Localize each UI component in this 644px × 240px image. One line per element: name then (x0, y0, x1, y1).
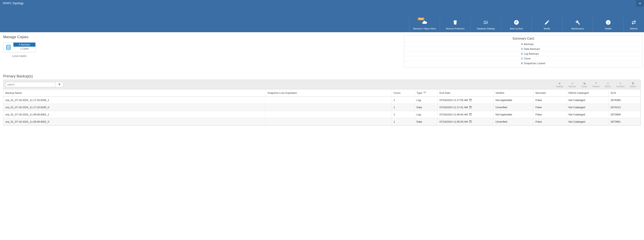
search-input[interactable] (5, 82, 55, 87)
action-label: Restore (592, 86, 600, 88)
calendar-icon (469, 98, 472, 102)
local-copies-tile[interactable]: 4 Backups 1 Clone Local copies (3, 42, 36, 58)
summary-row[interactable]: 0Snapshots Locked (404, 61, 642, 66)
funnel-icon (58, 83, 61, 86)
toolbar-label: Back up Now (502, 27, 530, 30)
cell-end: 07/18/2024 11:17:55 AM (438, 96, 494, 104)
table-row[interactable]: ora_01_07-18-2024_11.09.08.6002_01Data07… (4, 118, 640, 126)
local-copies-label: Local copies (3, 54, 36, 58)
eject-icon (616, 82, 624, 86)
clone-action[interactable]: Clone (582, 82, 587, 88)
action-label: Catalog (556, 86, 563, 88)
undo-icon (592, 82, 600, 86)
cell-lock (266, 96, 392, 104)
summary-label: Log Backups (524, 52, 642, 55)
toolbar-label: Maintenance (564, 27, 592, 30)
mount-action[interactable]: Mount (605, 82, 611, 88)
swap-icon (625, 18, 643, 26)
unmount-action[interactable]: Unmount (616, 82, 624, 88)
toolbar-label: Database Settings (472, 27, 500, 30)
cell-scn: 2874360 (608, 96, 640, 104)
col-mounted[interactable]: Mounted (534, 90, 566, 96)
cell-lock (266, 104, 392, 111)
cell-count: 1 (392, 111, 414, 118)
pencil-icon (533, 18, 561, 26)
cell-type: Log (414, 111, 438, 118)
filter-button[interactable] (55, 82, 64, 88)
summary-row[interactable]: 2Log Backups (404, 51, 642, 56)
rename-action[interactable]: Rename (568, 82, 576, 88)
cell-verified: Unverified (494, 118, 534, 126)
backup-now-button[interactable]: Back up Now (501, 17, 532, 32)
cell-type: Data (414, 118, 438, 126)
cloud-icon (410, 18, 438, 26)
trash-icon (630, 82, 636, 86)
col-count[interactable]: Count (392, 90, 414, 96)
cell-name: ora_01_07-18-2024_11.17.20.8165_0 (4, 104, 266, 111)
action-label: Clone (582, 86, 587, 88)
cell-type: Data (414, 104, 438, 111)
backups-chip[interactable]: 4 Backups (14, 42, 36, 46)
cell-verified: Unverified (494, 104, 534, 111)
close-button[interactable] (636, 0, 644, 7)
summary-row[interactable]: 4Backups (404, 42, 642, 46)
table-row[interactable]: ora_01_07-18-2024_11.09.08.6002_11Log07/… (4, 111, 640, 118)
delete-action[interactable]: Delete (630, 82, 636, 88)
action-label: Rename (568, 86, 576, 88)
col-type[interactable]: Type (414, 90, 438, 96)
col-scn[interactable]: SCN (608, 90, 640, 96)
copy-icon (582, 82, 587, 86)
primary-backups-title: Primary Backup(s) (3, 74, 641, 78)
summary-row[interactable]: 1Clone (404, 56, 642, 61)
remove-protection-button[interactable]: Remove Protection (440, 17, 470, 32)
toolbar-label: Backup to Object Store (410, 27, 438, 30)
details-button[interactable]: Details (593, 17, 624, 32)
mount-icon (605, 82, 611, 86)
database-settings-button[interactable]: Database Settings (470, 17, 501, 32)
calendar-icon (469, 120, 472, 123)
col-lock-exp[interactable]: Snapshot Lock Expiration (266, 90, 392, 96)
col-rman[interactable]: RMAN Cataloged (566, 90, 608, 96)
backups-grid: Backup Name Snapshot Lock Expiration Cou… (3, 90, 641, 126)
clone-chip[interactable]: 1 Clone (14, 46, 36, 51)
table-row[interactable]: ora_01_07-18-2024_11.17.20.8165_11Log07/… (4, 96, 640, 104)
action-label: Unmount (616, 86, 624, 88)
cell-name: ora_01_07-18-2024_11.17.20.8165_1 (4, 96, 266, 104)
summary-label: Backups (524, 42, 642, 46)
toolbar-label: Modify (533, 27, 561, 30)
table-row[interactable]: ora_01_07-18-2024_11.17.20.8165_01Data07… (4, 104, 640, 111)
modify-button[interactable]: Modify (532, 17, 562, 32)
maintenance-button[interactable]: Maintenance (562, 17, 593, 32)
restore-action[interactable]: Restore (592, 82, 600, 88)
summary-count: 0 (404, 62, 524, 65)
info-icon (594, 18, 622, 26)
cell-mounted: False (534, 104, 566, 111)
wrench-icon (564, 18, 592, 26)
calendar-icon (469, 106, 472, 109)
cell-mounted: False (534, 118, 566, 126)
primary-toolbar: CatalogRenameCloneRestoreMountUnmountDel… (3, 80, 641, 90)
trash-icon (441, 18, 469, 26)
summary-row[interactable]: 2Data Backups (404, 46, 642, 51)
cell-rman: Not Cataloged (566, 104, 608, 111)
backup-obj-store-button[interactable]: NewBackup to Object Store (409, 17, 440, 32)
clock-icon (502, 18, 530, 26)
col-end-date[interactable]: End Date (438, 90, 494, 96)
toolbar-label: Remove Protection (441, 27, 469, 30)
summary-count: 1 (404, 57, 524, 60)
summary-count: 4 (404, 42, 524, 46)
cell-end: 07/18/2024 11:09:30 AM (438, 118, 494, 126)
col-verified[interactable]: Verified (494, 90, 534, 96)
summary-label: Clone (524, 57, 642, 60)
cell-verified: Not Applicable (494, 111, 534, 118)
catalog-action[interactable]: Catalog (556, 82, 563, 88)
cell-count: 1 (392, 118, 414, 126)
new-badge: New (418, 18, 424, 20)
cell-rman: Not Cataloged (566, 118, 608, 126)
grid-header-row: Backup Name Snapshot Lock Expiration Cou… (4, 90, 640, 96)
toolbar-label: Refresh (625, 27, 643, 30)
refresh-button[interactable]: Refresh (624, 17, 644, 32)
col-backup-name[interactable]: Backup Name (4, 90, 266, 96)
manage-copies-title: Manage Copies (3, 35, 36, 39)
sliders-icon (472, 18, 500, 26)
